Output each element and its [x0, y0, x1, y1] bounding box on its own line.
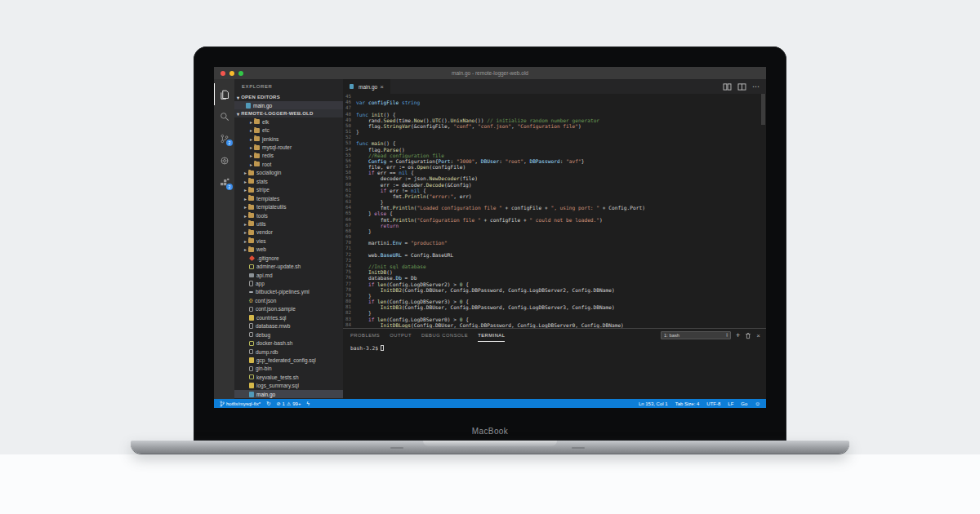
folder-icon: [248, 230, 254, 235]
sql-icon: [249, 357, 254, 363]
problems-status[interactable]: 1 99+: [276, 401, 301, 406]
tree-item-templates[interactable]: templates: [234, 194, 343, 202]
tree-item-stats[interactable]: stats: [234, 177, 343, 185]
minimize-window-button[interactable]: [229, 71, 234, 76]
line-number: 50: [343, 123, 356, 129]
shell-icon: [249, 374, 254, 379]
open-editor-main-go[interactable]: main.go: [234, 101, 343, 109]
tree-item-label: redis: [262, 153, 274, 158]
tree-item-templateutils[interactable]: templateutils: [234, 202, 343, 210]
workspace-root-header[interactable]: REMOTE-LOGGER-WEB.OLD: [234, 109, 343, 117]
status-item-tab-size-4[interactable]: Tab Size: 4: [675, 401, 700, 406]
bottom-panel: PROBLEMSOUTPUTDEBUG CONSOLETERMINAL 1: b…: [343, 328, 766, 399]
tree-item-vies[interactable]: vies: [234, 237, 343, 245]
activity-debug-button[interactable]: [214, 149, 234, 171]
folder-icon: [254, 145, 260, 150]
tree-item-label: main.go: [256, 392, 275, 397]
editor-layout-icon[interactable]: [737, 83, 746, 91]
terminal-shell-select[interactable]: 1: bash: [661, 331, 731, 339]
folder-icon: [254, 162, 260, 166]
feedback-smiley-icon[interactable]: [755, 401, 760, 406]
tree-item-tools[interactable]: tools: [234, 211, 343, 219]
tree-item-sociallogin[interactable]: sociallogin: [234, 169, 343, 177]
status-item-lf[interactable]: LF: [728, 401, 733, 406]
tree-item-dump-rdb[interactable]: dump.rdb: [234, 348, 343, 356]
status-item-ln-153-col-1[interactable]: Ln 153, Col 1: [639, 401, 668, 406]
tree-item-mysql-router[interactable]: mysql-router: [234, 143, 343, 151]
md-icon: [249, 273, 254, 277]
lightning-icon[interactable]: [306, 401, 309, 406]
new-terminal-button[interactable]: [736, 333, 740, 339]
tree-item-main-go[interactable]: main.go: [234, 390, 343, 398]
tree-item-debug[interactable]: debug: [234, 330, 343, 339]
terminal-content[interactable]: bash-3.2$: [343, 345, 766, 351]
tree-item-vendor[interactable]: vendor: [234, 228, 343, 237]
tree-item-app[interactable]: app: [234, 279, 343, 287]
tree-item-api-md[interactable]: api.md: [234, 271, 343, 279]
status-right-items: Ln 153, Col 1Tab Size: 4UTF-8LFGo: [639, 401, 760, 406]
status-item-utf-8[interactable]: UTF-8: [706, 401, 720, 406]
git-branch-status[interactable]: hotfix/mysql-fix*: [220, 401, 261, 407]
tree-item-jenkins[interactable]: jenkins: [234, 135, 343, 143]
tree-item-gcp-federated-config-sql[interactable]: gcp_federated_config.sql: [234, 356, 343, 364]
panel-tab-debug-console[interactable]: DEBUG CONSOLE: [421, 329, 468, 342]
tree-item-label: etc: [262, 127, 270, 133]
activity-bar: 2 2: [214, 79, 234, 399]
tree-item-root[interactable]: root: [234, 160, 343, 168]
tree-item-logs-summary-sql[interactable]: logs_summary.sql: [234, 382, 343, 390]
tree-item-utils[interactable]: utils: [234, 219, 343, 228]
tree-item-label: elk: [262, 119, 269, 125]
status-item-go[interactable]: Go: [741, 401, 747, 406]
close-panel-icon[interactable]: [756, 332, 760, 339]
tree-item-bitbucket-pipelines-yml[interactable]: bitbucket-pipelines.yml: [234, 288, 343, 296]
activity-search-button[interactable]: [214, 105, 234, 127]
split-editor-icon[interactable]: [723, 83, 732, 91]
tree-item--gitignore[interactable]: .gitignore: [234, 254, 343, 262]
line-number: 68: [343, 228, 356, 234]
close-tab-icon[interactable]: [380, 83, 384, 91]
code-line-82: 82 }: [343, 310, 766, 316]
activity-explorer-button[interactable]: [214, 83, 234, 105]
open-editors-header[interactable]: OPEN EDITORS: [234, 93, 343, 101]
kill-terminal-icon[interactable]: [745, 332, 751, 339]
code-text: } else {: [356, 210, 393, 216]
tree-item-conf-json-sample[interactable]: conf.json.sample: [234, 305, 343, 313]
zoom-window-button[interactable]: [238, 71, 243, 76]
go-file-icon: [246, 103, 251, 109]
activity-extensions-button[interactable]: 2: [214, 171, 234, 193]
tree-item-keyvalue-tests-sh[interactable]: keyvalue_tests.sh: [234, 373, 343, 381]
tree-item-web[interactable]: web: [234, 246, 343, 254]
tree-item-elk[interactable]: elk: [234, 117, 343, 126]
sync-icon[interactable]: [266, 401, 270, 407]
tab-main-go[interactable]: main.go: [343, 79, 390, 94]
tree-item-redis[interactable]: redis: [234, 152, 343, 160]
line-number: 65: [343, 210, 356, 216]
tree-item-docker-bash-sh[interactable]: docker-bash.sh: [234, 339, 343, 347]
tree-item-label: utils: [256, 221, 266, 227]
panel-tab-output[interactable]: OUTPUT: [390, 329, 412, 342]
more-actions-icon[interactable]: [752, 82, 760, 91]
shell-select-value: 1: bash: [664, 333, 679, 338]
code-editor[interactable]: 4546var configFile string4748func init()…: [343, 94, 766, 328]
tree-item-adminer-update-sh[interactable]: adminer-update.sh: [234, 262, 343, 270]
tree-item-gin-bin[interactable]: gin-bin: [234, 365, 343, 373]
line-number: 57: [343, 164, 356, 170]
panel-tab-problems[interactable]: PROBLEMS: [350, 329, 380, 342]
close-window-button[interactable]: [220, 71, 225, 76]
code-line-53: 53func main() {: [343, 140, 766, 146]
tree-item-etc[interactable]: etc: [234, 126, 343, 134]
tree-item-label: .gitignore: [257, 255, 279, 261]
tree-item-label: gin-bin: [256, 366, 272, 371]
files-icon: [220, 90, 229, 100]
tree-item-stripe[interactable]: stripe: [234, 186, 343, 194]
editor-scrollbar[interactable]: [761, 94, 765, 125]
code-text: }: [356, 310, 372, 316]
tree-item-label: bitbucket-pipelines.yml: [256, 289, 310, 295]
code-line-51: 51}: [343, 129, 766, 135]
activity-source-control-button[interactable]: 2: [214, 127, 234, 149]
tree-item-database-mwb[interactable]: database.mwb: [234, 322, 343, 330]
tree-item-countries-sql[interactable]: countries.sql: [234, 313, 343, 321]
tree-item-conf-json[interactable]: conf.json: [234, 296, 343, 304]
panel-tab-terminal[interactable]: TERMINAL: [478, 329, 505, 342]
file-icon: [249, 281, 253, 286]
